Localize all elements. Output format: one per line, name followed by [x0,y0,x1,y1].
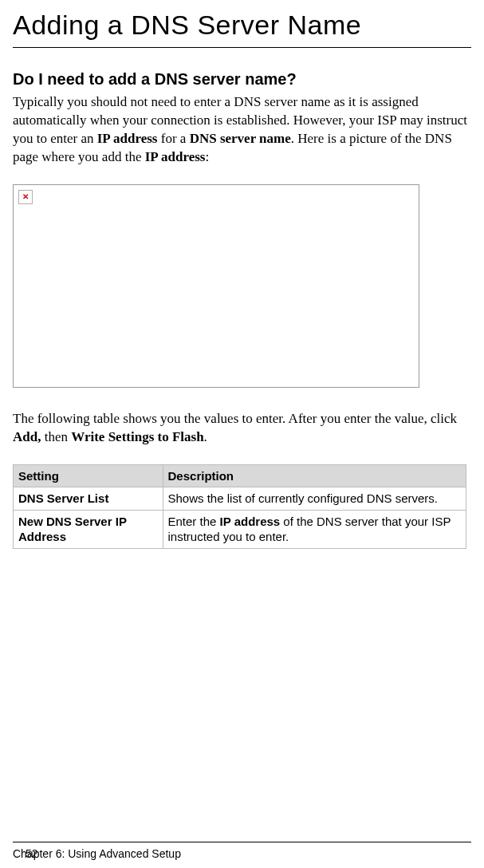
broken-image-x-icon: ✕ [22,193,29,201]
para2-bold2: Write Settings to Flash [71,429,203,444]
settings-table: Setting Description DNS Server List Show… [13,464,466,549]
broken-image-icon: ✕ [18,190,33,204]
setting-cell: DNS Server List [14,487,163,511]
para1-bold2: DNS server name [190,131,291,146]
table-header-row: Setting Description [14,464,466,487]
table-row: DNS Server List Shows the list of curren… [14,487,466,511]
para1-bold3: IP address [145,149,206,164]
para1-mid: for a [158,131,190,146]
page-title: Adding a DNS Server Name [13,10,471,48]
para2-mid: then [41,429,71,444]
section-heading: Do I need to add a DNS server name? [13,70,471,89]
desc-pre: Enter the [168,515,220,528]
table-header-setting: Setting [14,464,163,487]
setting-cell: New DNS Server IP Address [14,510,163,548]
para2-pre: The following table shows you the values… [13,411,457,426]
intro-paragraph: Typically you should not need to enter a… [13,93,471,167]
page-number: 52 [26,847,38,860]
para2-bold1: Add, [13,429,41,444]
para2-end: . [204,429,207,444]
desc-pre: Shows the list of currently configured D… [168,491,438,505]
table-header-description: Description [163,464,466,487]
page-footer: 52 Chapter 6: Using Advanced Setup [0,842,484,860]
description-cell: Enter the IP address of the DNS server t… [163,510,466,548]
para1-end: : [205,149,209,164]
table-row: New DNS Server IP Address Enter the IP a… [14,510,466,548]
description-cell: Shows the list of currently configured D… [163,487,466,511]
screenshot-placeholder: ✕ [13,184,419,388]
table-intro-paragraph: The following table shows you the values… [13,410,471,447]
para1-bold1: IP address [97,131,158,146]
desc-bold: IP address [220,515,281,528]
